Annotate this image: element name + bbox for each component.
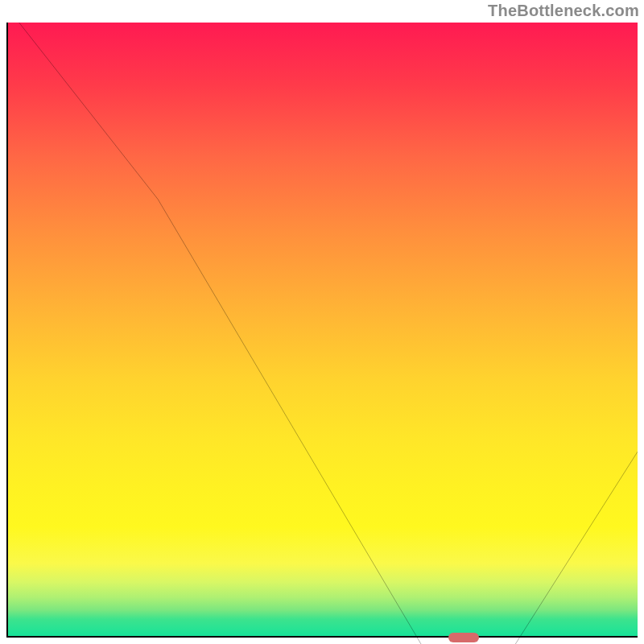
- x-axis: [6, 636, 638, 638]
- chart-container: TheBottleneck.com: [0, 0, 644, 644]
- y-axis: [6, 23, 8, 638]
- bottleneck-marker: [448, 633, 479, 642]
- chart-plot-area: [6, 23, 638, 638]
- axes: [6, 23, 638, 638]
- watermark-text: TheBottleneck.com: [488, 2, 639, 20]
